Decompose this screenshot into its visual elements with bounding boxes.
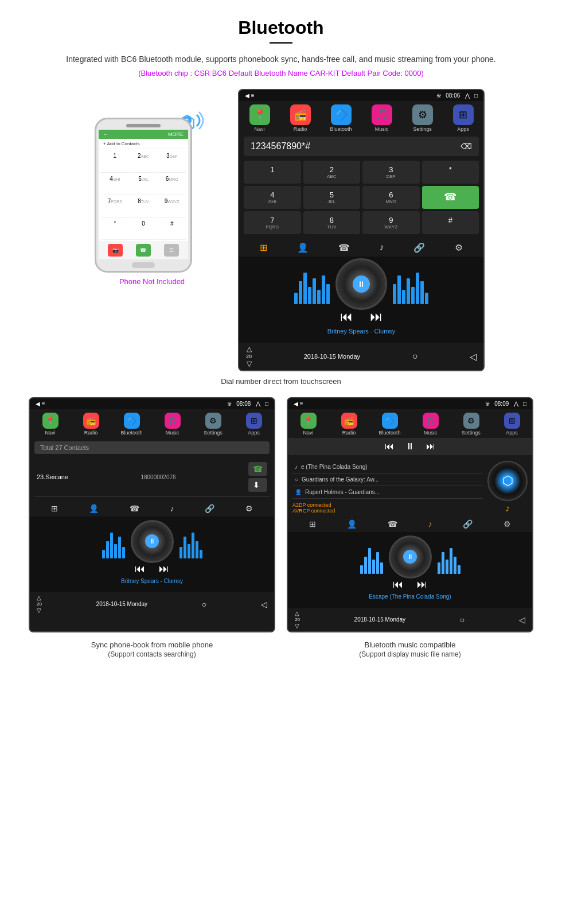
phone-key-0[interactable]: 0 — [130, 218, 158, 240]
m-func-link[interactable]: 🔗 — [463, 519, 473, 529]
m-prev-btn[interactable]: ⏮ — [385, 441, 394, 452]
dial-key-6[interactable]: 6MNO — [362, 186, 420, 209]
phone-key-9[interactable]: 9WXYZ — [158, 196, 186, 218]
c-back-icon[interactable]: ◁ — [261, 600, 267, 609]
car-nav-bluetooth[interactable]: 🔷 Bluetooth — [321, 104, 361, 132]
phone-video-btn[interactable]: 📷 — [108, 244, 123, 257]
prev-btn[interactable]: ⏮ — [340, 309, 353, 324]
m-func-music[interactable]: ♪ — [428, 519, 432, 529]
vinyl-play-contacts[interactable]: ⏸ — [145, 534, 159, 548]
dial-key-hash[interactable]: # — [422, 211, 479, 234]
phone-key-4[interactable]: 4GHI — [101, 173, 129, 195]
car-screen-contacts: ◀ ≡ ※ 08:08 ⋀ □ 📍 Navi 📻 Radio 🔷 Bluetoo… — [29, 397, 275, 632]
m-nav-settings[interactable]: ⚙ Settings — [451, 413, 491, 436]
phone-key-hash[interactable]: # — [158, 218, 186, 240]
dial-key-3[interactable]: 3DEF — [362, 161, 420, 184]
car-nav-music[interactable]: 🎵 Music — [361, 104, 402, 132]
m-nav-bt[interactable]: 🔷 Bluetooth — [369, 413, 410, 436]
dial-key-9[interactable]: 9WXYZ — [362, 211, 420, 234]
music-caption: Bluetooth music compatible (Support disp… — [287, 640, 533, 658]
function-icon-phone[interactable]: ☎ — [338, 242, 350, 253]
c-nav-apps[interactable]: ⊞ Apps — [233, 413, 274, 436]
phone-home-button[interactable] — [132, 262, 155, 268]
m-func-contacts[interactable]: 👤 — [347, 519, 357, 529]
c-func-phone[interactable]: ☎ — [130, 504, 139, 513]
function-icon-grid[interactable]: ⊞ — [260, 242, 267, 253]
next-btn[interactable]: ⏭ — [370, 309, 383, 324]
c-nav-settings[interactable]: ⚙ Settings — [193, 413, 233, 436]
phone-key-8[interactable]: 8TUV — [130, 196, 158, 218]
function-icon-contacts[interactable]: 👤 — [297, 242, 309, 253]
m-func-phone[interactable]: ☎ — [388, 519, 397, 529]
c-prev-btn[interactable]: ⏮ — [135, 563, 145, 575]
function-icon-music[interactable]: ♪ — [379, 242, 384, 253]
m-vol-control[interactable]: △ 20 ▽ — [295, 610, 300, 629]
c-func-music[interactable]: ♪ — [170, 504, 174, 513]
phone-call-btn[interactable]: ☎ — [136, 244, 151, 257]
m2-prev-btn[interactable]: ⏮ — [393, 579, 403, 591]
m-nav-navi[interactable]: 📍 Navi — [288, 413, 329, 436]
vinyl-play-music[interactable]: ⏸ — [403, 550, 417, 564]
m-back-icon[interactable]: ◁ — [519, 615, 525, 624]
m-func-gear[interactable]: ⚙ — [504, 519, 511, 529]
phone-action-bar: 📷 ☎ ☰ — [99, 241, 188, 259]
function-icon-gear[interactable]: ⚙ — [455, 242, 463, 253]
c-nav-music[interactable]: 🎵 Music — [152, 413, 193, 436]
vinyl-play-btn[interactable]: ⏸ — [353, 275, 370, 293]
dial-key-2[interactable]: 2ABC — [303, 161, 361, 184]
dial-key-star[interactable]: * — [422, 161, 479, 184]
c-vol-control[interactable]: △ 20 ▽ — [37, 595, 42, 614]
c-home-icon[interactable]: ○ — [202, 600, 206, 609]
dial-key-call[interactable]: ☎ — [422, 186, 479, 209]
contact-call-btn[interactable]: ☎ — [248, 462, 267, 476]
contacts-search-bar[interactable]: Total 27 Contacts — [34, 441, 270, 454]
apps-label: Apps — [457, 126, 469, 132]
contact-save-btn[interactable]: ⬇ — [248, 478, 267, 492]
music-list-item-3[interactable]: 👤 Rupert Holmes - Guardians... — [292, 486, 483, 499]
music-list-item-1[interactable]: ♪ e (The Pina Colada Song) — [292, 461, 483, 473]
back-triangle-icon[interactable]: ◁ — [470, 351, 477, 362]
car-nav-navi[interactable]: 📍 Navi — [239, 104, 280, 132]
function-icon-link[interactable]: 🔗 — [413, 242, 425, 253]
c-func-contacts[interactable]: 👤 — [89, 504, 99, 513]
dial-key-4[interactable]: 4GHI — [244, 186, 301, 209]
m-nav-apps[interactable]: ⊞ Apps — [491, 413, 532, 436]
c-nav-radio[interactable]: 📻 Radio — [71, 413, 111, 436]
nav-triangle-up[interactable]: △ 20 ▽ — [246, 345, 252, 368]
dial-key-7[interactable]: 7PQRS — [244, 211, 301, 234]
phone-menu-btn[interactable]: ☰ — [164, 244, 179, 257]
contacts-back-icon[interactable]: ◀ ≡ — [36, 401, 45, 407]
c-nav-navi[interactable]: 📍 Navi — [30, 413, 71, 436]
m-next-btn[interactable]: ⏭ — [426, 441, 435, 452]
m-func-grid[interactable]: ⊞ — [309, 519, 316, 529]
phone-key-star[interactable]: * — [101, 218, 129, 240]
music-back-icon[interactable]: ◀ ≡ — [294, 401, 303, 407]
c-nav-bt[interactable]: 🔷 Bluetooth — [111, 413, 152, 436]
c-next-btn[interactable]: ⏭ — [159, 563, 169, 575]
phone-key-7[interactable]: 7PQRS — [101, 196, 129, 218]
m-pause-btn[interactable]: ⏸ — [405, 441, 415, 452]
phone-key-6[interactable]: 6MNO — [158, 173, 186, 195]
car-nav-apps[interactable]: ⊞ Apps — [443, 104, 483, 132]
m-home-icon[interactable]: ○ — [460, 615, 465, 624]
c-func-grid[interactable]: ⊞ — [51, 504, 58, 513]
phone-key-2[interactable]: 2ABC — [130, 150, 158, 172]
specs-line: (Bluetooth chip : CSR BC6 Default Blueto… — [23, 69, 539, 77]
backspace-icon[interactable]: ⌫ — [460, 142, 472, 151]
phone-key-1[interactable]: 1 — [101, 150, 129, 172]
c-func-link[interactable]: 🔗 — [205, 504, 214, 513]
dial-key-1[interactable]: 1 — [244, 161, 301, 184]
c-func-gear[interactable]: ⚙ — [245, 504, 253, 513]
music-list-item-2[interactable]: ○ Guardians of the Galaxy: Aw... — [292, 473, 483, 486]
dial-key-5[interactable]: 5JKL — [303, 186, 361, 209]
car-back-icon[interactable]: ◀ ≡ — [245, 92, 255, 99]
home-circle-icon[interactable]: ○ — [412, 351, 418, 362]
m-nav-music[interactable]: 🎵 Music — [410, 413, 451, 436]
car-nav-settings[interactable]: ⚙ Settings — [402, 104, 443, 132]
m2-next-btn[interactable]: ⏭ — [417, 579, 427, 591]
m-nav-radio[interactable]: 📻 Radio — [329, 413, 369, 436]
car-nav-radio[interactable]: 📻 Radio — [280, 104, 321, 132]
phone-key-5[interactable]: 5JKL — [130, 173, 158, 195]
dial-key-8[interactable]: 8TUV — [303, 211, 361, 234]
phone-key-3[interactable]: 3DEF — [158, 150, 186, 172]
